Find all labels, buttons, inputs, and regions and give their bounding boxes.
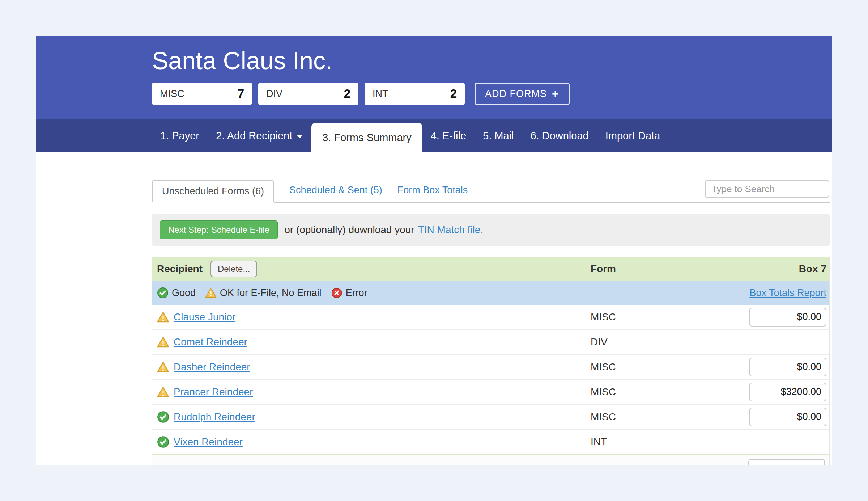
nav-tab-efile[interactable]: 4. E-file	[422, 119, 475, 152]
recipient-link[interactable]: Prancer Reindeer	[174, 386, 253, 398]
search-input[interactable]	[705, 180, 829, 198]
nav-tab-import-data[interactable]: Import Data	[597, 119, 669, 152]
status-legend-row: Good OK for E-File, No Email Error Box T…	[152, 281, 829, 305]
form-column-header: Form	[591, 263, 743, 275]
nav-tab-forms-summary[interactable]: 3. Forms Summary	[311, 123, 422, 152]
counter-label: DIV	[266, 88, 282, 100]
box7-column-header: Box 7	[743, 263, 829, 275]
recipient-link[interactable]: Rudolph Reindeer	[174, 411, 255, 423]
recipient-link[interactable]: Comet Reindeer	[174, 336, 247, 348]
tab-form-box-totals[interactable]: Form Box Totals	[397, 185, 468, 196]
good-status-icon	[157, 411, 169, 423]
delete-button[interactable]: Delete...	[210, 261, 257, 277]
plus-icon: +	[552, 87, 559, 101]
nav-tab-add-recipient[interactable]: 2. Add Recipient	[208, 119, 311, 152]
warning-icon	[205, 287, 217, 299]
form-type: MISC	[591, 361, 743, 373]
recipient-link[interactable]: Vixen Reindeer	[174, 436, 243, 448]
main-nav: 1. Payer 2. Add Recipient 3. Forms Summa…	[36, 119, 832, 152]
form-counter-misc[interactable]: MISC 7	[152, 83, 252, 105]
schedule-efile-button[interactable]: Next Step: Schedule E-file	[160, 220, 278, 239]
counter-value: 2	[450, 87, 457, 101]
form-type: MISC	[591, 386, 743, 398]
tab-scheduled-sent[interactable]: Scheduled & Sent (5)	[289, 185, 382, 196]
form-counter-int[interactable]: INT 2	[365, 83, 465, 105]
box7-amount-input[interactable]	[749, 383, 826, 401]
counter-label: INT	[373, 88, 388, 100]
form-type: DIV	[591, 336, 743, 348]
table-row: Rudolph Reindeer MISC	[152, 405, 829, 430]
table-row: Dasher Reindeer MISC	[152, 355, 829, 380]
table-row: Comet Reindeer DIV	[152, 330, 829, 355]
content-area: Unscheduled Forms (6) Scheduled & Sent (…	[36, 152, 832, 465]
tab-unscheduled-forms[interactable]: Unscheduled Forms (6)	[152, 180, 274, 203]
box7-amount-input[interactable]	[749, 408, 826, 426]
add-forms-label: ADD FORMS	[485, 88, 547, 100]
form-type: MISC	[591, 311, 743, 323]
legend-good-label: Good	[172, 287, 196, 299]
warning-status-icon	[157, 386, 169, 398]
box7-footer-input[interactable]	[748, 459, 825, 465]
subtabs: Unscheduled Forms (6) Scheduled & Sent (…	[152, 180, 830, 203]
good-icon	[157, 287, 169, 299]
recipient-column-header: Recipient	[157, 263, 203, 275]
warning-status-icon	[157, 361, 169, 373]
error-icon	[331, 287, 342, 299]
counter-value: 2	[344, 87, 350, 101]
form-type: MISC	[591, 411, 743, 423]
legend-error-label: Error	[346, 287, 367, 299]
table-row: Vixen Reindeer INT	[152, 430, 829, 455]
form-type: INT	[591, 436, 743, 448]
counter-label: MISC	[160, 88, 184, 100]
forms-table-body: Clause Junior MISC Comet Reindeer DIV Da…	[152, 305, 829, 455]
counter-value: 7	[238, 87, 244, 101]
box-totals-report-link[interactable]: Box Totals Report	[749, 287, 826, 299]
add-forms-button[interactable]: ADD FORMS +	[475, 83, 570, 105]
nav-tab-payer[interactable]: 1. Payer	[152, 119, 208, 152]
nav-tab-add-recipient-label: 2. Add Recipient	[216, 130, 292, 142]
warning-status-icon	[157, 336, 169, 348]
app-header: Santa Claus Inc. MISC 7 DIV 2 INT 2 ADD …	[36, 36, 832, 119]
caret-down-icon	[297, 135, 303, 138]
table-header-row: Recipient Delete... Form Box 7	[152, 257, 829, 281]
company-title: Santa Claus Inc.	[152, 36, 830, 75]
app-window: Santa Claus Inc. MISC 7 DIV 2 INT 2 ADD …	[36, 36, 832, 465]
table-row: Prancer Reindeer MISC	[152, 380, 829, 405]
form-counters: MISC 7 DIV 2 INT 2 ADD FORMS +	[152, 83, 830, 105]
warning-status-icon	[157, 311, 169, 323]
form-counter-div[interactable]: DIV 2	[258, 83, 358, 105]
next-step-text: or (optionally) download your	[284, 224, 414, 236]
box7-amount-input[interactable]	[749, 308, 826, 327]
next-step-bar: Next Step: Schedule E-file or (optionall…	[152, 214, 830, 246]
nav-tab-download[interactable]: 6. Download	[522, 119, 597, 152]
recipient-link[interactable]: Dasher Reindeer	[174, 361, 250, 373]
forms-table: Recipient Delete... Form Box 7 Good OK f…	[152, 257, 830, 465]
table-footer-row	[152, 455, 829, 465]
box7-amount-input[interactable]	[749, 358, 826, 376]
legend-warning-label: OK for E-File, No Email	[220, 287, 322, 299]
table-row: Clause Junior MISC	[152, 305, 829, 330]
recipient-link[interactable]: Clause Junior	[174, 311, 235, 323]
good-status-icon	[157, 436, 169, 448]
nav-tab-mail[interactable]: 5. Mail	[475, 119, 522, 152]
tin-match-file-link[interactable]: TIN Match file.	[418, 224, 483, 236]
